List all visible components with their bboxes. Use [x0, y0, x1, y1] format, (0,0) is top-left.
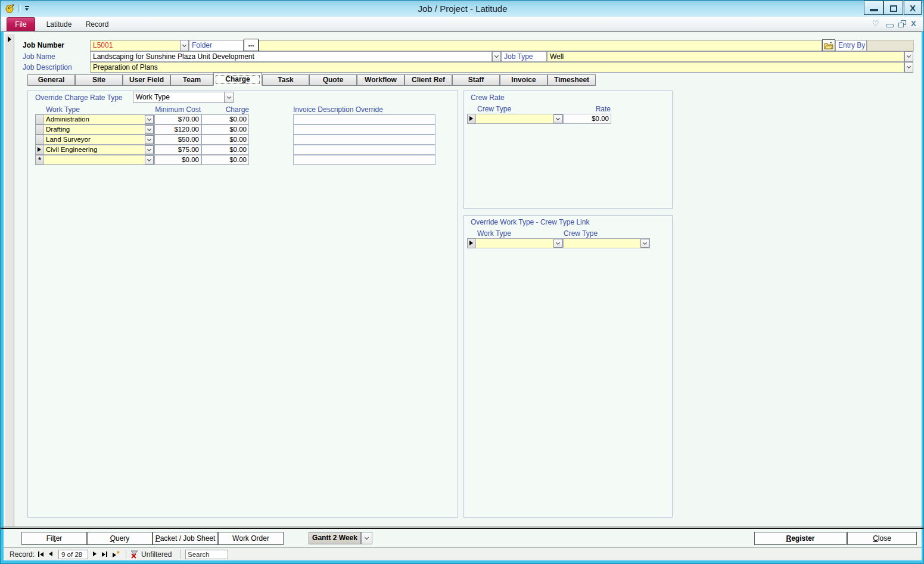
record-position-box[interactable]: 9 of 28 — [58, 550, 88, 559]
row-selector-new[interactable]: * — [35, 155, 44, 165]
dropdown-icon[interactable] — [145, 135, 154, 144]
register-button[interactable]: Register — [754, 532, 847, 545]
tab-site[interactable]: Site — [75, 74, 123, 86]
previous-record-button[interactable] — [49, 551, 52, 556]
job-description-field[interactable]: Preparation of Plans — [90, 62, 904, 73]
new-record-asterisk-icon: * — [117, 550, 120, 558]
dropdown-icon[interactable] — [145, 145, 154, 154]
close-window-button[interactable]: X — [904, 1, 922, 15]
rate-cell[interactable]: $0.00 — [563, 114, 611, 124]
dropdown-icon[interactable] — [640, 239, 649, 248]
minimum-cost-cell[interactable]: $120.00 — [154, 124, 201, 135]
tab-user-field[interactable]: User Field — [123, 74, 170, 86]
minimum-cost-cell[interactable]: $0.00 — [154, 155, 201, 165]
job-type-dropdown-icon[interactable] — [904, 51, 913, 62]
invoice-description-override-field[interactable] — [293, 155, 435, 165]
filter-crossed-icon — [130, 550, 139, 559]
tab-task[interactable]: Task — [262, 74, 309, 86]
tab-client-ref[interactable]: Client Ref — [405, 74, 452, 86]
column-header-crew-type: Crew Type — [477, 105, 511, 113]
filter-button[interactable]: Filter — [21, 532, 87, 545]
row-selector-current[interactable] — [35, 145, 44, 155]
override-charge-rate-type-combo[interactable]: Work Type — [133, 92, 225, 103]
mdi-close-icon[interactable]: X — [911, 19, 916, 28]
tab-team[interactable]: Team — [170, 74, 213, 86]
job-number-combo[interactable]: L5001 — [90, 40, 181, 51]
dropdown-icon[interactable] — [553, 114, 562, 123]
tab-quote[interactable]: Quote — [309, 74, 357, 86]
charge-cell[interactable]: $0.00 — [201, 145, 249, 155]
new-record-button[interactable]: * — [113, 551, 120, 558]
tab-general[interactable]: General — [27, 74, 75, 86]
dropdown-icon[interactable] — [145, 115, 154, 124]
row-selector[interactable] — [35, 114, 44, 124]
divider — [126, 550, 126, 559]
invoice-description-override-field[interactable] — [293, 145, 435, 155]
mdi-restore-icon[interactable] — [898, 23, 904, 27]
window-bottom-border — [1, 560, 924, 564]
unfiltered-status[interactable]: Unfiltered — [141, 550, 172, 559]
work-type-combo[interactable]: Land Surveyor — [43, 135, 154, 145]
record-selector-strip[interactable] — [5, 34, 14, 527]
row-selector[interactable] — [35, 124, 44, 135]
crew-rate-title: Crew Rate — [471, 94, 505, 102]
folder-browse-button[interactable]: ... — [244, 39, 259, 51]
query-button[interactable]: Query — [87, 532, 153, 545]
charge-cell[interactable]: $0.00 — [201, 124, 249, 135]
entry-by-value-box — [867, 40, 914, 51]
work-type-combo[interactable]: Administration — [43, 114, 154, 124]
link-crew-type-combo[interactable] — [563, 238, 650, 248]
minimum-cost-cell[interactable]: $70.00 — [154, 114, 201, 124]
row-selector-current[interactable] — [467, 114, 476, 124]
tab-staff[interactable]: Staff — [452, 74, 500, 86]
dropdown-icon[interactable] — [145, 125, 154, 134]
gantt-2-week-button[interactable]: Gantt 2 Week — [309, 532, 361, 544]
ribbon-tab-record[interactable]: Record — [80, 19, 114, 31]
minimum-cost-cell[interactable]: $50.00 — [154, 135, 201, 145]
link-work-type-combo[interactable] — [475, 238, 563, 248]
close-button[interactable]: Close — [847, 532, 917, 545]
ribbon-collapse-icon[interactable]: ♡ — [872, 19, 879, 28]
job-description-dropdown-icon[interactable] — [904, 62, 913, 73]
work-type-combo[interactable]: Drafting — [43, 124, 154, 135]
crew-type-combo[interactable] — [475, 114, 563, 124]
maximize-button[interactable] — [883, 1, 903, 15]
charge-cell[interactable]: $0.00 — [201, 155, 249, 165]
next-record-button[interactable] — [93, 551, 97, 556]
work-type-combo[interactable] — [43, 155, 154, 165]
tab-invoice[interactable]: Invoice — [500, 74, 547, 86]
job-type-field[interactable]: Well — [547, 51, 904, 62]
dropdown-icon[interactable] — [553, 239, 562, 248]
divider — [1, 528, 924, 529]
dropdown-icon[interactable] — [145, 155, 154, 164]
row-selector[interactable] — [35, 135, 44, 145]
job-name-field[interactable]: Landscaping for Sunshine Plaza Unit Deve… — [90, 51, 492, 62]
work-order-button[interactable]: Work Order — [218, 532, 284, 545]
entry-by-label-box: Entry By — [835, 40, 867, 51]
row-selector-current[interactable] — [467, 238, 476, 248]
first-record-button[interactable] — [38, 551, 43, 557]
packet-job-sheet-button[interactable]: Packet / Job Sheet — [153, 532, 218, 545]
override-charge-rate-type-dropdown-icon[interactable] — [224, 92, 234, 103]
mdi-minimize-icon[interactable] — [886, 24, 894, 27]
folder-field[interactable] — [259, 40, 822, 51]
invoice-description-override-field[interactable] — [293, 124, 435, 135]
work-type-combo[interactable]: Civil Engineering — [43, 145, 154, 155]
ribbon-tab-latitude[interactable]: Latitude — [41, 19, 77, 31]
tab-workflow[interactable]: Workflow — [357, 74, 405, 86]
tab-timesheet[interactable]: Timesheet — [547, 74, 596, 86]
search-input[interactable] — [185, 550, 228, 559]
minimum-cost-cell[interactable]: $75.00 — [154, 145, 201, 155]
charge-cell[interactable]: $0.00 — [201, 135, 249, 145]
last-record-button[interactable] — [102, 551, 107, 557]
job-name-dropdown-icon[interactable] — [492, 51, 501, 62]
entry-by-button[interactable] — [822, 39, 835, 51]
ribbon-tab-file[interactable]: File — [7, 17, 35, 31]
charge-cell[interactable]: $0.00 — [201, 114, 249, 124]
job-number-dropdown-icon[interactable] — [180, 40, 189, 51]
tab-charge[interactable]: Charge — [213, 73, 262, 86]
invoice-description-override-field[interactable] — [293, 135, 435, 145]
minimize-button[interactable] — [864, 1, 883, 15]
gantt-dropdown-icon[interactable] — [361, 532, 372, 544]
invoice-description-override-field[interactable] — [293, 114, 435, 124]
